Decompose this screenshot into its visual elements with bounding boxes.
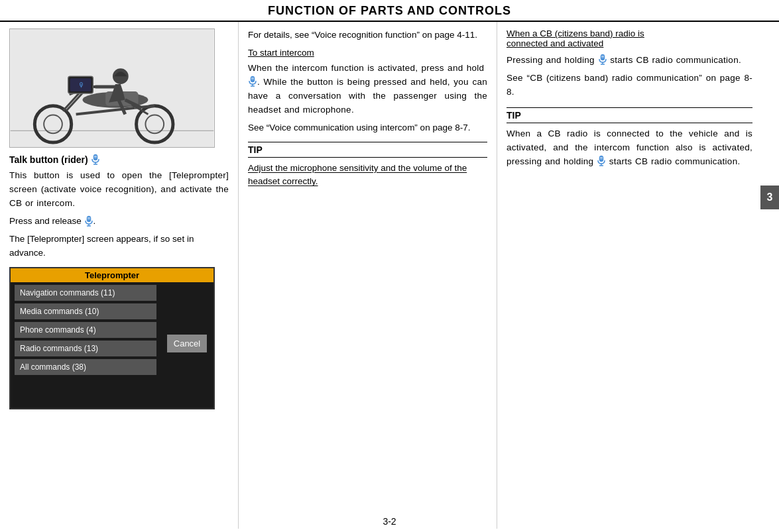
intercom-desc2: See “Voice communication using intercom”… (248, 121, 487, 135)
svg-text:🎙: 🎙 (78, 81, 85, 89)
svg-rect-37 (601, 54, 605, 60)
list-item[interactable]: Media commands (10) (15, 303, 156, 319)
tip-body-text-2: starts CB radio communication. (609, 156, 741, 166)
list-item[interactable]: Navigation commands (11) (15, 285, 156, 301)
list-item[interactable]: Radio commands (13) (15, 341, 156, 356)
mic-icon-3 (248, 76, 257, 87)
cb-starts-text: starts CB radio communication. (610, 55, 741, 65)
voice-recognition-ref: For details, see “Voice recognition func… (248, 28, 487, 42)
talk-button-heading: Talk button (rider) (9, 154, 229, 166)
mic-icon-2 (84, 215, 93, 227)
talk-button-desc3: The [Teleprompter] screen appears, if so… (9, 233, 229, 260)
mic-icon (91, 154, 100, 166)
list-item[interactable]: Phone commands (4) (15, 322, 156, 338)
chapter-tab: 3 (760, 186, 779, 209)
tip-label-mid: TIP (248, 142, 487, 158)
svg-rect-42 (599, 156, 603, 162)
talk-button-desc1: This button is used to open the [Telepro… (9, 169, 229, 211)
list-item[interactable]: All commands (38) (15, 359, 156, 375)
svg-rect-27 (87, 216, 91, 222)
intercom-desc1: When the intercom function is activated,… (248, 62, 487, 117)
talk-button-label: Talk button (rider) (9, 154, 88, 165)
tip-section-right: TIP When a CB radio is connected to the … (507, 107, 752, 169)
middle-column: For details, see “Voice recognition func… (239, 22, 497, 529)
motorcycle-illustration: 🎙 (9, 28, 215, 148)
cancel-area: Cancel (160, 282, 213, 405)
tip-body-mid: Adjust the microphone sensitivity and th… (248, 162, 487, 189)
teleprompter-title: Teleprompter (11, 268, 213, 282)
cb-pressing-text: Pressing and holding (507, 55, 595, 65)
cb-heading-block: When a CB (citizens band) radio is conne… (507, 28, 752, 48)
cb-heading: When a CB (citizens band) radio is conne… (507, 28, 752, 48)
press-release-text: Press and release (9, 216, 82, 226)
svg-rect-32 (251, 76, 255, 82)
page-number: 3-2 (383, 516, 396, 527)
right-column: When a CB (citizens band) radio is conne… (497, 22, 779, 529)
tip-label-right: TIP (507, 107, 752, 123)
teleprompter-screen: Teleprompter Navigation commands (11) Me… (9, 267, 215, 409)
teleprompter-list: Navigation commands (11) Media commands … (11, 282, 160, 405)
cancel-button[interactable]: Cancel (167, 335, 207, 352)
intercom-text-1: When the intercom function is activated,… (248, 63, 484, 73)
period-text: . (93, 216, 96, 226)
talk-button-desc2: Press and release . (9, 215, 229, 229)
tip-section-mid: TIP Adjust the microphone sensitivity an… (248, 142, 487, 189)
cb-body2: See “CB (citizens band) radio communicat… (507, 72, 752, 99)
page-title: FUNCTION OF PARTS AND CONTROLS (0, 0, 779, 22)
cb-body1: Pressing and holding starts CB radio com… (507, 54, 752, 68)
intercom-section-heading: To start intercom (248, 48, 487, 58)
tip-body-right: When a CB radio is connected to the vehi… (507, 127, 752, 169)
mic-icon-4 (598, 54, 607, 66)
left-column: 🎙 Talk button (rider) (0, 22, 239, 529)
cb-heading-line2: connected and activated (507, 38, 603, 48)
cb-heading-line1: When a CB (citizens band) radio is (507, 28, 644, 38)
intercom-text-2: . While the button is being pressed and … (248, 77, 487, 115)
svg-rect-22 (93, 154, 97, 160)
mic-icon-5 (597, 155, 606, 167)
teleprompter-body: Navigation commands (11) Media commands … (11, 282, 213, 405)
